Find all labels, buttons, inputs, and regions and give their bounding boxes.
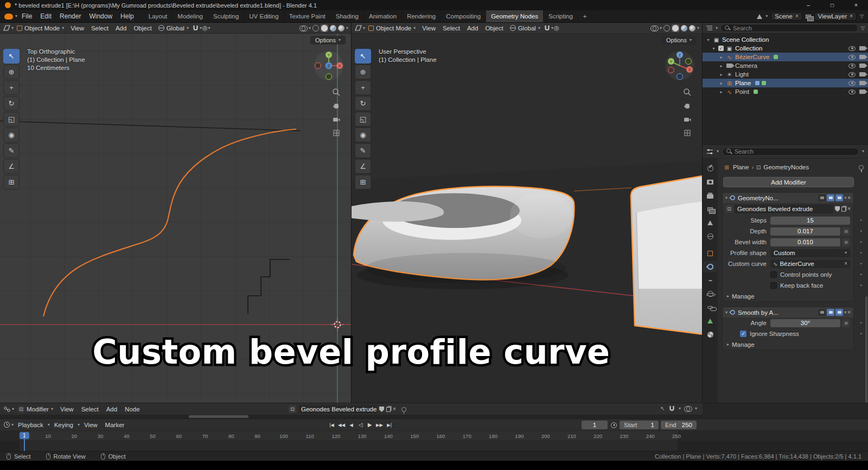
depth-value-slider[interactable]: 0.017 [770,227,840,236]
hide-eye-icon[interactable] [848,63,856,68]
snap-chevron-icon[interactable]: ▾ [551,26,553,30]
modifier-name[interactable]: GeometryNo... [738,195,778,201]
workspace-tab-sculpting[interactable]: Sculpting [208,10,244,23]
current-frame-field[interactable]: 1 [582,421,608,429]
navigation-gizmo[interactable]: Z X Y [664,50,695,81]
delete-modifier-icon[interactable]: × [847,310,851,315]
menu-node[interactable]: Node [122,405,143,413]
rotate-tool[interactable]: ↻ [3,96,20,111]
collection-checkbox[interactable]: ✓ [718,46,724,51]
disable-render-icon[interactable] [859,63,865,68]
menu-add[interactable]: Add [112,24,130,32]
cursor-tool[interactable]: ⊕ [3,65,20,79]
add-modifier-button[interactable]: Add Modifier [723,177,854,187]
angle-value-slider[interactable]: 30° [770,319,840,327]
menu-select[interactable]: Select [78,405,102,413]
overlays-icon[interactable] [299,26,307,31]
expand-chevron-icon[interactable]: ▾ [725,310,727,315]
scale-tool[interactable]: ◱ [3,112,20,126]
display-realtime-toggle[interactable] [827,309,834,316]
shading-wireframe-icon[interactable] [312,25,319,31]
shading-rendered-icon[interactable] [338,25,344,31]
proportional-chevron-icon[interactable]: ▾ [208,26,210,30]
workspace-tab-layout[interactable]: Layout [144,10,173,23]
workspace-tab-animation[interactable]: Animation [364,10,402,23]
scale-tool[interactable]: ◱ [355,112,371,126]
editor-type-node-icon[interactable] [3,406,11,412]
outliner-filter-icon[interactable]: ▽ [861,26,865,31]
next-keyframe-button[interactable]: ▶▶ [375,422,384,428]
properties-tab-output[interactable] [703,190,717,201]
playhead[interactable] [24,439,25,451]
pan-hand-icon[interactable] [332,101,341,110]
hide-eye-icon[interactable] [848,46,856,51]
disable-render-icon[interactable] [859,72,865,77]
scene-unlink-icon[interactable]: × [795,14,799,19]
editor-type-outliner-icon[interactable] [706,25,713,31]
properties-scrollbar[interactable] [865,296,867,410]
menu-marker[interactable]: Marker [102,421,128,429]
menu-edit[interactable]: Edit [36,11,55,21]
menu-file[interactable]: File [18,11,36,21]
ortho-grid-icon[interactable] [683,129,692,137]
node-tree-type-dropdown[interactable]: ⊡ Modifier ▾ [15,405,56,413]
menu-view[interactable]: View [67,24,87,32]
transform-orientation-dropdown[interactable]: Global ▾ [507,24,543,32]
close-button[interactable]: × [844,0,868,10]
display-render-toggle[interactable] [835,309,843,316]
manage-subpanel[interactable]: ▸ Manage [723,291,853,301]
browse-node-tree-icon[interactable]: ⊡ [289,405,296,413]
animate-decorator-icon[interactable]: • [860,272,862,277]
browse-node-tree-icon[interactable]: ⊡ [725,205,733,213]
node-group-field[interactable]: Geonodes Beveled extrude [298,405,377,414]
display-editmode-toggle[interactable] [818,309,826,316]
overlays-icon[interactable] [650,26,658,31]
input-attribute-toggle-icon[interactable]: ⊞ [842,319,850,327]
animate-decorator-icon[interactable]: • [860,320,862,326]
select-box-tool[interactable]: ↖ [3,49,20,63]
navigation-gizmo[interactable]: Y X Z [313,50,344,81]
timeline-ruler[interactable]: 1020304050607080901001101201301401501601… [0,430,868,441]
pin-icon[interactable] [859,165,864,170]
viewport-left-canvas[interactable]: Top Orthographic (1) Collection | Plane … [0,34,351,403]
editor-type-3d-viewport-icon[interactable] [3,24,11,31]
menu-view[interactable]: View [81,421,101,429]
menu-add[interactable]: Add [103,405,120,413]
properties-tab-object[interactable] [703,247,717,259]
minimize-button[interactable]: – [796,0,820,10]
mode-dropdown[interactable]: Object Mode ▾ [14,24,67,32]
keep-back-face-checkbox[interactable] [770,282,777,289]
current-frame-badge[interactable]: 1 [20,432,29,439]
workspace-tab-shading[interactable]: Shading [331,10,364,23]
modifier-extras-chevron-icon[interactable]: ▾ [844,310,846,315]
workspace-tab-uv-editing[interactable]: UV Editing [244,10,284,23]
menu-playback[interactable]: Playback [15,421,47,429]
snap-magnet-icon[interactable] [544,24,551,31]
profile-shape-dropdown[interactable]: Custom ▾ [770,249,850,257]
menu-object[interactable]: Object [130,24,155,32]
properties-tab-material[interactable] [703,329,717,340]
shading-material-icon[interactable] [330,25,336,31]
view-layer-selector[interactable]: ViewLayer × [814,12,857,21]
control-points-only-checkbox[interactable] [770,271,777,278]
transform-orientation-dropdown[interactable]: Global ▾ [156,24,192,32]
blender-logo-icon[interactable] [4,14,13,20]
overlays-icon[interactable] [684,406,692,411]
outliner-row-light[interactable]: ▸ ☀ Light [703,70,868,79]
play-button[interactable]: ▶ [366,421,374,428]
outliner-row-point[interactable]: ▸ ∿ Point [703,87,868,96]
view-layer-unlink-icon[interactable]: × [850,14,853,19]
custom-curve-object-field[interactable]: ∿ BézierCurve × [770,260,850,268]
animate-decorator-icon[interactable]: • [860,250,862,256]
measure-tool[interactable]: ∠ [355,159,371,174]
measure-tool[interactable]: ∠ [3,159,20,174]
modifier-header[interactable]: ▾ GeometryNo... ▾ × [723,193,853,203]
disable-render-icon[interactable] [859,90,865,94]
properties-tab-physics[interactable] [703,288,717,300]
outliner-row-collection[interactable]: ▾ ✓ ▣ Collection [703,44,868,53]
transform-tool[interactable]: ◉ [355,128,371,142]
duplicate-node-group-icon[interactable] [841,207,846,212]
animate-decorator-icon[interactable]: • [860,331,862,336]
manage-subpanel[interactable]: ▸ Manage [723,339,853,350]
prev-keyframe-button[interactable]: ◀◀ [337,422,346,428]
